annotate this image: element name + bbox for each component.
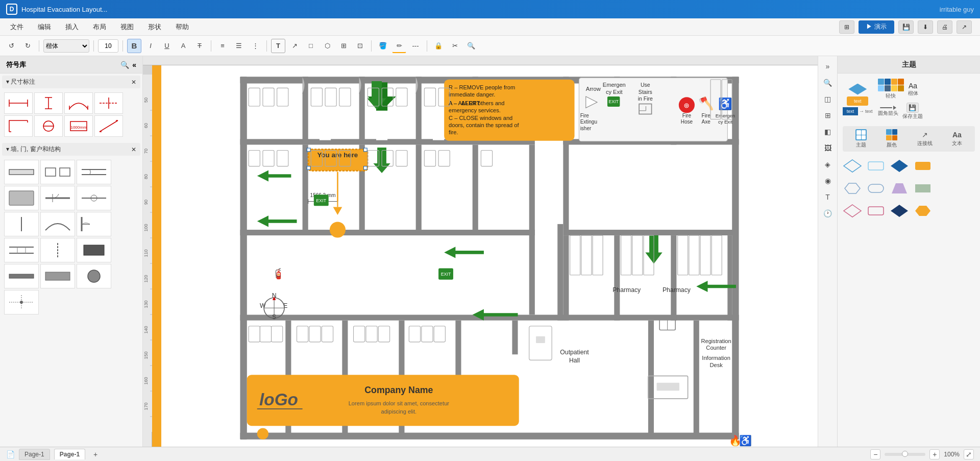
wall-item-10[interactable] — [4, 238, 39, 262]
wall-item-9[interactable] — [77, 212, 111, 236]
lock-button[interactable]: 🔒 — [431, 39, 446, 53]
canvas-area[interactable]: 30 40 50 60 70 80 90 100 110 — [143, 56, 818, 461]
wall-item-12[interactable] — [77, 238, 111, 262]
btn-save[interactable]: 💾 — [898, 20, 914, 34]
rmt-search[interactable]: 🔍 — [820, 76, 836, 90]
wall-item-5[interactable] — [40, 186, 75, 210]
dim-item-1[interactable] — [4, 92, 33, 114]
find-button[interactable]: 🔍 — [464, 39, 478, 53]
flow-rect-orange[interactable] — [913, 159, 933, 175]
wall-section-header[interactable]: ▾ 墙, 门, 窗户和结构 ✕ — [2, 143, 140, 156]
dim-item-8[interactable] — [94, 115, 123, 137]
rectangle-button[interactable]: □ — [304, 39, 318, 53]
text-box-button[interactable]: T — [271, 39, 285, 53]
wall-item-4[interactable] — [4, 186, 39, 210]
flow-diamond-blue[interactable] — [843, 159, 862, 175]
redo-button[interactable]: ↻ — [20, 39, 35, 53]
bold-button[interactable]: B — [127, 39, 141, 53]
rmt-expand[interactable]: » — [820, 59, 836, 74]
flow-shape-a[interactable] — [843, 181, 862, 198]
flow-shape-g[interactable] — [890, 204, 909, 220]
btn-grid[interactable]: ⊞ — [839, 20, 854, 34]
flow-shape-b[interactable] — [866, 181, 886, 198]
wall-item-8[interactable] — [40, 212, 75, 236]
scissors-button[interactable]: ✂ — [448, 39, 462, 53]
theme-arrow[interactable]: 圆角箭头 — [878, 106, 898, 117]
menu-view[interactable]: 视图 — [118, 20, 136, 34]
theme-save[interactable]: 💾 保存主题 — [902, 103, 923, 120]
flow-rect-light[interactable] — [866, 159, 886, 175]
menu-edit[interactable]: 编辑 — [36, 20, 53, 34]
wall-item-14[interactable] — [40, 264, 75, 288]
section-color[interactable]: 颜色 — [886, 129, 897, 149]
zoom-plus-button[interactable]: + — [929, 449, 940, 459]
undo-button[interactable]: ↺ — [4, 39, 18, 53]
menu-insert[interactable]: 插入 — [63, 20, 81, 34]
flow-shape-h[interactable] — [913, 204, 933, 220]
wall-item-11[interactable] — [40, 238, 75, 262]
rmt-grid[interactable]: ⊞ — [820, 108, 836, 123]
zoom-slider[interactable] — [885, 453, 925, 456]
line-color-button[interactable]: ✏ — [392, 39, 406, 53]
dim-item-5[interactable] — [4, 115, 33, 137]
dim-item-4[interactable] — [94, 92, 123, 114]
connector-button[interactable]: ↗ — [287, 39, 302, 53]
font-select[interactable]: 楷体 Arial 宋体 — [43, 39, 89, 53]
dimension-close[interactable]: ✕ — [131, 79, 136, 86]
dimension-section-header[interactable]: ▾ 尺寸标注 ✕ — [2, 76, 140, 88]
wall-close[interactable]: ✕ — [131, 146, 136, 153]
menu-shape[interactable]: 形状 — [146, 20, 163, 34]
search-icon[interactable]: 🔍 — [120, 61, 129, 69]
add-page-button[interactable]: + — [89, 449, 102, 459]
flow-shape-c[interactable] — [890, 181, 909, 198]
zoom-minus-button[interactable]: − — [870, 449, 880, 459]
rmt-arrange[interactable]: ◉ — [820, 174, 836, 188]
rmt-connect[interactable]: ◈ — [820, 157, 836, 172]
rmt-image[interactable]: 🖼 — [820, 141, 836, 155]
wall-item-16[interactable] — [4, 290, 39, 314]
align-center-button[interactable]: ☰ — [232, 39, 246, 53]
btn-print[interactable]: 🖨 — [937, 20, 952, 34]
dim-item-7[interactable]: 1000mm — [64, 115, 93, 137]
btn-share[interactable]: ↗ — [957, 20, 972, 34]
menu-file[interactable]: 文件 — [8, 20, 26, 34]
section-text[interactable]: Aa 文本 — [952, 131, 962, 147]
font-color-button[interactable]: A — [176, 39, 190, 53]
align-button[interactable]: ⊞ — [336, 39, 351, 53]
dim-item-6[interactable] — [34, 115, 63, 137]
menu-layout[interactable]: 布局 — [91, 20, 108, 34]
more-format-button[interactable]: ⋮ — [248, 39, 262, 53]
wall-item-3[interactable] — [77, 160, 111, 184]
section-theme[interactable]: 主题 — [855, 129, 867, 149]
rmt-layers[interactable]: ◧ — [820, 125, 836, 139]
wall-item-15[interactable] — [77, 264, 111, 288]
flow-diamond-dark[interactable] — [890, 159, 909, 175]
fit-page-button[interactable]: ⤢ — [964, 449, 974, 459]
section-connector[interactable]: ↗ 连接线 — [917, 131, 933, 147]
flow-shape-f[interactable] — [866, 204, 886, 220]
wall-item-13[interactable] — [4, 264, 39, 288]
wall-item-6[interactable] — [77, 186, 111, 210]
shape2-button[interactable]: ⬡ — [320, 39, 334, 53]
dash-button[interactable]: --- — [408, 39, 423, 53]
align-left-button[interactable]: ≡ — [215, 39, 230, 53]
btn-download[interactable]: ⬇ — [918, 20, 933, 34]
menu-help[interactable]: 帮助 — [174, 20, 191, 34]
theme-qingjie[interactable]: text text → text — [843, 84, 873, 115]
rmt-clock[interactable]: 🕐 — [820, 206, 836, 221]
wall-item-7[interactable] — [4, 212, 39, 236]
page-tab-active[interactable]: Page-1 — [54, 449, 85, 459]
flow-shape-e[interactable] — [843, 204, 862, 220]
theme-label-qingjie[interactable]: 轻快 — [878, 79, 904, 100]
strikethrough-button[interactable]: T — [192, 39, 207, 53]
btn-present[interactable]: ▶ 演示 — [859, 20, 894, 34]
theme-font[interactable]: Aa 楷体 — [908, 82, 918, 97]
distribute-button[interactable]: ⊡ — [353, 39, 367, 53]
underline-button[interactable]: U — [160, 39, 174, 53]
collapse-icon[interactable]: « — [132, 61, 136, 69]
fill-color-button[interactable]: 🪣 — [376, 39, 390, 53]
flow-shape-d[interactable] — [913, 181, 933, 198]
dim-item-2[interactable] — [34, 92, 63, 114]
rmt-style[interactable]: ◫ — [820, 92, 836, 106]
wall-item-2[interactable] — [40, 160, 75, 184]
